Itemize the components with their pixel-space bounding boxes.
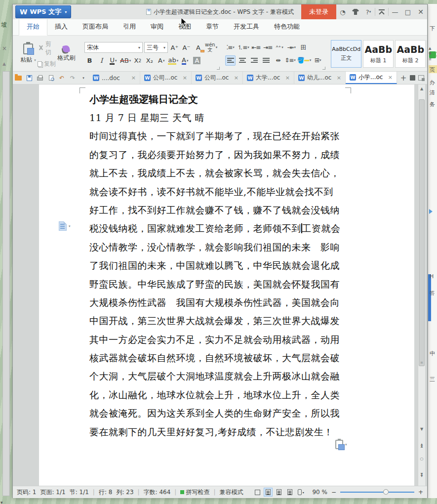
- autotext-widget[interactable]: ▾: [59, 221, 71, 231]
- document-line[interactable]: 了我们祖国的未来，中国就难以腾飞，中华民族就会退化成: [89, 256, 342, 275]
- doc-tab-大学...oc[interactable]: W大学...oc×: [243, 72, 294, 84]
- vertical-scrollbar[interactable]: ▲ ≡ ▼ ▲▲ ○ ▼▼: [418, 84, 425, 486]
- fullscreen-view-button[interactable]: [253, 488, 262, 497]
- font-dialog-launcher[interactable]: [217, 67, 220, 70]
- justify-button[interactable]: [261, 55, 271, 66]
- document-line[interactable]: 中国开战，第三次世界大战就会爆发，第三次世界大战爆发: [89, 312, 342, 330]
- save-button[interactable]: [24, 72, 35, 84]
- superscript-button[interactable]: X2: [132, 55, 143, 66]
- borders-button[interactable]: ⊞▾: [313, 55, 323, 66]
- font-size-combo[interactable]: 三号▾: [144, 42, 168, 53]
- format-painter-button[interactable]: 格式刷: [56, 38, 77, 70]
- feedback-icon[interactable]: ◔: [336, 4, 349, 19]
- document-line[interactable]: 好工作，找不到好工作就会赚不了钱，赚不了钱就会没钱纳: [89, 201, 342, 219]
- mobile-view-button[interactable]: ▾: [296, 488, 305, 497]
- spellcheck-status[interactable]: 拼写检查: [180, 488, 209, 497]
- styles-scroll[interactable]: ▲ ▼ ≡: [427, 40, 433, 68]
- zoom-slider[interactable]: [340, 492, 414, 493]
- login-button[interactable]: 未登录: [301, 4, 336, 19]
- styles-scroll-up-icon[interactable]: ▲: [429, 46, 431, 50]
- zoom-slider-thumb[interactable]: [383, 489, 389, 495]
- document-line[interactable]: 大规模杀伤性武器 我国有大规模杀伤性武器，美国就会向: [89, 294, 342, 312]
- document-line[interactable]: 要在就剩下的几天里好好复习,考好成绩，不让悲剧发生！: [89, 423, 342, 441]
- paragraph-dialog-launcher[interactable]: [322, 67, 325, 70]
- menu-tab-引用[interactable]: 引用: [116, 19, 143, 35]
- maximize-button[interactable]: □: [401, 4, 414, 19]
- outline-view-button[interactable]: [275, 488, 283, 497]
- redo-button[interactable]: ↷: [67, 72, 78, 84]
- style-标题 2[interactable]: AaBb标题 2: [395, 40, 426, 68]
- document-title[interactable]: 小学生超强逻辑日记全文: [89, 90, 342, 109]
- clear-format-button[interactable]: A: [193, 42, 203, 53]
- tab-list-icon[interactable]: [410, 75, 415, 81]
- char-shading-button[interactable]: A: [192, 55, 202, 66]
- font-name-combo[interactable]: 宋体▾: [84, 42, 143, 53]
- document-line[interactable]: 就上不去，我成绩上不去，就会被家长骂，就会失去信心，: [89, 164, 342, 182]
- close-tab-icon[interactable]: ×: [388, 74, 393, 81]
- doc-tab-....doc[interactable]: W....doc×: [89, 72, 140, 84]
- cut-button[interactable]: 剪切: [38, 40, 56, 57]
- document-line[interactable]: 就会被淹死。因为这关系到全人类的生命财产安全，所以我: [89, 404, 342, 422]
- document-line[interactable]: 野蛮民族。中华民族成了野蛮的民族，美国就会怀疑我国有: [89, 275, 342, 294]
- phonetic-guide-button[interactable]: wén文 ▾: [205, 42, 217, 53]
- document-line[interactable]: 就会读不好书，读不好书就不能毕业,不能毕业就会找不到: [89, 183, 342, 201]
- styles-scroll-down-icon[interactable]: ▼: [429, 52, 431, 56]
- text-effects-button[interactable]: A▾: [156, 55, 166, 66]
- menu-tab-插入[interactable]: 插入: [47, 19, 75, 35]
- document-line[interactable]: 化，冰山融化，地球水位就会上升，地球水位上升，全人类: [89, 386, 342, 404]
- select-browse-object-button[interactable]: ○: [418, 457, 425, 461]
- bullet-list-button[interactable]: ⁚≡▾: [225, 42, 236, 53]
- skin-icon[interactable]: [349, 4, 362, 19]
- web-view-button[interactable]: [285, 488, 294, 497]
- italic-button[interactable]: I: [96, 55, 107, 66]
- doc-tab-公司...oc[interactable]: W公司...oc×: [192, 72, 243, 84]
- distribute-button[interactable]: ⇹: [273, 55, 283, 66]
- paste-button[interactable]: 粘贴▾: [19, 38, 38, 70]
- close-tab-icon[interactable]: ×: [285, 75, 290, 81]
- new-tab-button[interactable]: +: [397, 72, 410, 84]
- status-word-count[interactable]: 字数: 464: [144, 488, 171, 497]
- menu-tab-特色功能[interactable]: 特色功能: [267, 19, 307, 35]
- collapse-ribbon-button[interactable]: [375, 4, 388, 19]
- next-page-button[interactable]: ▼▼: [418, 473, 425, 477]
- doc-tab-小学...oc[interactable]: W小学...oc×: [346, 72, 397, 84]
- shrink-font-button[interactable]: A⁻: [181, 42, 192, 53]
- document-line[interactable]: 其中一方必定会实力不足，实力不足就会动用核武器，动用: [89, 331, 342, 349]
- bold-button[interactable]: B: [84, 55, 95, 66]
- scroll-down-button[interactable]: ▼: [418, 427, 425, 431]
- minimize-button[interactable]: —: [389, 4, 401, 19]
- menu-tab-审阅[interactable]: 审阅: [143, 19, 171, 35]
- style-正文[interactable]: AaBbCcDd正文: [331, 40, 361, 68]
- copy-button[interactable]: 复制: [38, 60, 56, 68]
- print-button[interactable]: [35, 72, 45, 84]
- document-line[interactable]: 时间过得真快，一下就到了半期考了，现在已经在开始紧张: [89, 127, 342, 145]
- print-preview-button[interactable]: [45, 72, 56, 84]
- menu-tab-页面布局[interactable]: 页面布局: [75, 19, 116, 35]
- help-button[interactable]: ?▾: [362, 4, 375, 19]
- numbered-list-button[interactable]: ⒈≡▾: [237, 42, 249, 53]
- menu-tab-章节[interactable]: 章节: [199, 19, 226, 35]
- previous-page-button[interactable]: ▲▲: [418, 443, 425, 447]
- underline-button[interactable]: U▾: [108, 55, 119, 66]
- font-color-button[interactable]: A▾: [180, 55, 190, 66]
- document-line[interactable]: 税没钱纳税，国家就难发工资给老师，老师领不到工资就会: [89, 219, 342, 238]
- subscript-button[interactable]: X₂: [144, 55, 155, 66]
- zoom-out-button[interactable]: −: [331, 489, 336, 496]
- undo-button[interactable]: ↶: [56, 72, 67, 84]
- grow-font-button[interactable]: A⁺: [169, 42, 180, 53]
- zoom-in-button[interactable]: +: [418, 489, 423, 496]
- document-line[interactable]: 的复习了，我必须要开始努力了，因为我如果不努力，成绩: [89, 146, 342, 164]
- menu-tab-开始[interactable]: 开始: [19, 18, 47, 36]
- align-right-button[interactable]: [249, 55, 259, 66]
- document-line[interactable]: 个大洞，大气层破个大洞地球温度就会上升两极冰山就会融: [89, 367, 342, 385]
- shading-button[interactable]: 🪣▾: [297, 55, 312, 66]
- close-tab-icon[interactable]: ×: [131, 75, 136, 81]
- document-line[interactable]: 11 月 7 日 星期三 天气 晴: [89, 109, 342, 127]
- align-center-button[interactable]: [237, 55, 247, 66]
- open-file-button[interactable]: [13, 72, 24, 84]
- close-tab-icon[interactable]: ×: [183, 75, 187, 81]
- close-tab-icon[interactable]: ×: [234, 75, 238, 81]
- doc-tab-公司...oc[interactable]: W公司...oc×: [140, 72, 192, 84]
- scroll-up-button[interactable]: ▲: [418, 86, 425, 91]
- paste-options-widget[interactable]: ▾: [335, 440, 347, 449]
